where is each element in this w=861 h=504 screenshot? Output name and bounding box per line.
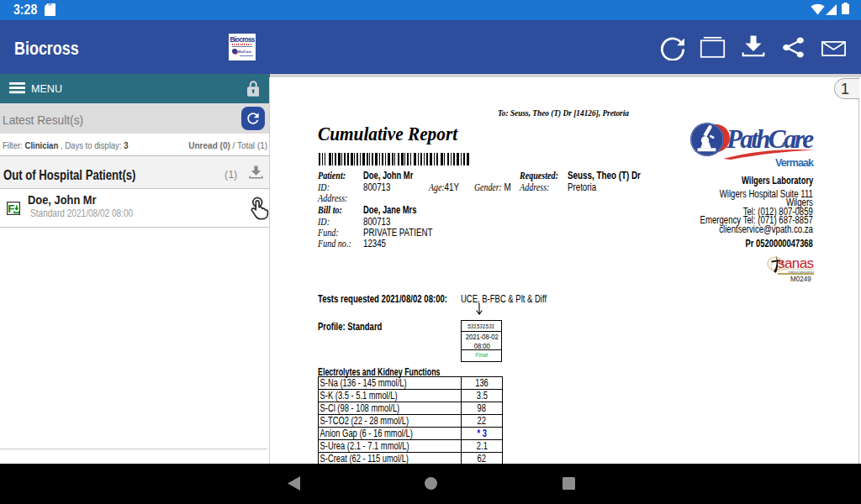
svg-text:sanas: sanas <box>778 255 814 271</box>
svg-text:medical laboratories: medical laboratories <box>789 270 815 274</box>
svg-text:Vermaak: Vermaak <box>775 157 814 169</box>
svg-text:PathCare: PathCare <box>726 124 814 154</box>
